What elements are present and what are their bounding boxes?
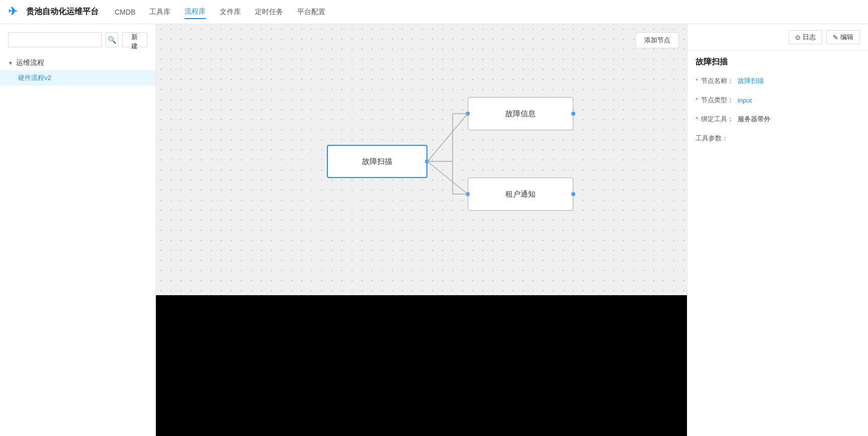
required-star-2: * [696,96,698,104]
brand-icon: ✈ [8,5,22,19]
new-button[interactable]: 新 建 [122,32,147,47]
log-button[interactable]: ⊙ 日志 [789,30,822,44]
field-node-type-label: * 节点类型： [696,96,734,105]
nav-files[interactable]: 文件库 [220,6,241,19]
flow-node-tenant-notify[interactable]: 租户通知 [468,178,573,211]
tree-item-hardware-flow[interactable]: 硬件流程v2 [0,70,155,85]
nav-platform-config[interactable]: 平台配置 [297,6,325,19]
flow-node-fault-info-label: 故障信息 [505,109,536,119]
search-button[interactable]: 🔍 [106,32,118,47]
field-node-type: * 节点类型： input [687,91,868,110]
node-connector-left-3[interactable] [466,192,470,196]
bottom-panel [156,295,687,436]
tree-group-label: 运维流程 [16,58,44,67]
field-tool-params-label: 工具参数： [696,134,732,143]
tree-group-header[interactable]: ▼ 运维流程 [0,55,155,70]
field-tool-params: 工具参数： [687,129,868,148]
edit-icon: ✎ [833,34,838,41]
field-node-type-value: input [738,97,752,104]
required-star-3: * [696,115,698,123]
log-icon: ⊙ [795,34,801,41]
node-connector-right-3[interactable] [571,192,575,196]
sidebar-search-bar: 🔍 新 建 [0,32,155,53]
edit-label: 编辑 [840,33,853,42]
main-layout: 🔍 新 建 ▼ 运维流程 硬件流程v2 添加节点 故 [0,24,868,436]
nav-scheduler[interactable]: 定时任务 [255,6,283,19]
field-node-name-value: 故障扫描 [738,76,764,85]
flow-node-fault-scan[interactable]: 故障扫描 [327,145,427,178]
nav-workflow[interactable]: 流程库 [185,5,206,19]
sidebar: 🔍 新 建 ▼ 运维流程 硬件流程v2 [0,24,156,436]
brand-name: 贵池自动化运维平台 [26,7,99,17]
nav-items: CMDB 工具库 流程库 文件库 定时任务 平台配置 [115,5,860,19]
nav-cmdb[interactable]: CMDB [115,6,135,18]
node-connector-right[interactable] [425,159,429,163]
edit-button[interactable]: ✎ 编辑 [826,30,860,44]
right-panel-actions: ⊙ 日志 ✎ 编辑 [687,24,868,51]
flow-node-fault-scan-label: 故障扫描 [362,157,392,166]
node-connector-right-2[interactable] [571,112,575,116]
field-bind-tool-value: 服务器带外 [738,115,770,124]
field-bind-tool-label: * 绑定工具： [696,115,734,124]
add-node-button[interactable]: 添加节点 [636,32,679,48]
search-input[interactable] [8,32,102,47]
field-node-name-label: * 节点名称： [696,76,734,85]
required-star: * [696,77,698,84]
tree-section: ▼ 运维流程 硬件流程v2 [0,53,155,88]
field-node-name: * 节点名称： 故障扫描 [687,71,868,91]
nav-tools[interactable]: 工具库 [149,6,170,19]
brand-logo: ✈ 贵池自动化运维平台 [8,5,99,19]
flow-node-fault-info[interactable]: 故障信息 [468,97,573,130]
right-panel: ⊙ 日志 ✎ 编辑 故障扫描 * 节点名称： 故障扫描 * 节点类型： inpu… [687,24,868,436]
right-panel-title: 故障扫描 [687,51,868,71]
field-bind-tool: * 绑定工具： 服务器带外 [687,110,868,129]
node-connector-left-2[interactable] [466,112,470,116]
canvas-area[interactable]: 添加节点 故障扫描 故障信息 [156,24,687,436]
top-navigation: ✈ 贵池自动化运维平台 CMDB 工具库 流程库 文件库 定时任务 平台配置 [0,0,868,24]
tree-arrow-icon: ▼ [8,60,13,66]
flow-node-tenant-notify-label: 租户通知 [505,190,536,199]
log-label: 日志 [803,33,816,42]
